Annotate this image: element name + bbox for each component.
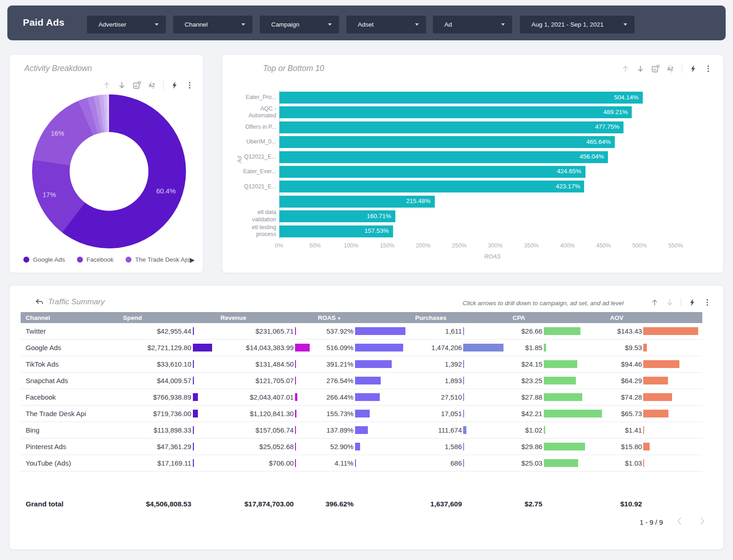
- undo-drill-icon[interactable]: [35, 298, 44, 307]
- purchases-bar: [463, 410, 464, 417]
- column-header-roas[interactable]: ROAS▾: [313, 314, 410, 321]
- purchases-bar-track: [463, 443, 508, 450]
- bar-row: etl data validation160.71%: [279, 209, 706, 224]
- legend-next-icon[interactable]: ▶: [190, 256, 196, 264]
- channel-filter-dropdown[interactable]: Channel: [173, 16, 252, 33]
- advertiser-filter-label: Advertiser: [98, 21, 126, 28]
- roas-bar[interactable]: 465.64%: [279, 136, 615, 148]
- cpa-cell: $29.86: [508, 439, 605, 455]
- ad-filter-dropdown[interactable]: Ad: [433, 16, 512, 33]
- roas-bar[interactable]: 160.71%: [279, 210, 395, 222]
- drill-down-icon[interactable]: [118, 81, 126, 89]
- column-header-revenue[interactable]: Revenue: [215, 314, 313, 321]
- cpa-value: $29.86: [508, 443, 542, 450]
- revenue-bar: [295, 344, 310, 351]
- spend-bar: [193, 410, 198, 417]
- more-options-icon[interactable]: [186, 81, 194, 89]
- roas-cell: 537.92%: [313, 323, 410, 339]
- bar-category-label: etl data validation: [232, 209, 276, 224]
- cpa-value: $23.25: [508, 377, 542, 384]
- toolbar-divider: [681, 298, 681, 307]
- spend-bar: [193, 327, 194, 335]
- cpa-bar: [544, 327, 580, 335]
- revenue-value: $706.00: [215, 459, 294, 467]
- legend-item-facebook[interactable]: Facebook: [77, 256, 114, 263]
- grand-total-spend: $4,506,808.53: [118, 500, 191, 508]
- bar-row: Q12021_E...456.04%: [279, 150, 706, 165]
- revenue-value: $231,065.71: [215, 327, 294, 335]
- column-header-cpa[interactable]: CPA: [508, 314, 605, 321]
- spend-cell: $113,898.33: [118, 422, 216, 438]
- purchases-cell: 1,392: [410, 356, 508, 372]
- roas-bar-track: [355, 393, 410, 401]
- legend-prev-icon[interactable]: ◀: [184, 256, 190, 264]
- legend-item-trade-desk[interactable]: The Trade Desk Api: [126, 256, 190, 263]
- drill-up-icon[interactable]: [651, 298, 659, 307]
- roas-bar-track: [355, 344, 410, 351]
- roas-bar[interactable]: 456.04%: [279, 151, 608, 163]
- roas-bar[interactable]: 424.65%: [279, 166, 585, 178]
- roas-bar[interactable]: 489.21%: [279, 106, 632, 118]
- drill-down-icon[interactable]: [636, 65, 645, 73]
- pagination-next-icon[interactable]: [697, 516, 707, 526]
- spend-value: $2,721,129.80: [118, 344, 191, 351]
- revenue-cell: $2,043,407.01: [215, 389, 313, 405]
- roas-bar[interactable]: 215.48%: [279, 196, 435, 208]
- quick-actions-icon[interactable]: [689, 65, 697, 73]
- roas-value: 537.92%: [313, 327, 354, 335]
- column-header-purchases[interactable]: Purchases: [410, 314, 508, 321]
- spend-value: $113,898.33: [118, 426, 191, 434]
- more-options-icon[interactable]: [704, 65, 712, 73]
- spend-value: $766,938.89: [118, 393, 191, 401]
- roas-value: 276.54%: [313, 377, 354, 384]
- donut-slice-label-second: 17%: [43, 191, 56, 198]
- roas-bar: [355, 459, 356, 467]
- column-header-channel[interactable]: Channel: [21, 314, 118, 321]
- purchases-bar: [463, 393, 464, 401]
- quick-actions-icon[interactable]: [170, 81, 179, 89]
- legend-dot: [23, 257, 29, 263]
- legend-pager: ◀▶: [184, 256, 196, 264]
- quick-actions-icon[interactable]: [688, 298, 696, 307]
- x-tick-label: 200%: [416, 242, 431, 249]
- roas-bar[interactable]: 477.75%: [279, 121, 624, 133]
- spend-bar: [193, 459, 194, 467]
- bar-row: Offers in P...477.75%: [279, 120, 706, 135]
- aov-bar-track: [643, 377, 702, 384]
- bar-value-label: 424.65%: [557, 168, 581, 175]
- purchases-bar-track: [463, 426, 508, 434]
- purchases-bar-track: [463, 360, 508, 368]
- sort-az-icon[interactable]: AZ: [667, 65, 675, 73]
- roas-bar[interactable]: 423.17%: [279, 181, 584, 192]
- legend-item-google-ads[interactable]: Google Ads: [23, 256, 65, 263]
- chart-settings-icon[interactable]: [651, 65, 660, 73]
- advertiser-filter-dropdown[interactable]: Advertiser: [87, 16, 166, 33]
- page-title: Paid Ads: [23, 17, 65, 28]
- adset-filter-dropdown[interactable]: Adset: [346, 16, 426, 33]
- revenue-bar-track: [295, 327, 313, 335]
- cpa-value: $27.88: [508, 393, 542, 401]
- pagination-prev-icon[interactable]: [675, 516, 685, 526]
- sort-az-icon[interactable]: AZ: [148, 81, 156, 89]
- bar-row: Eater_Ever...424.65%: [279, 165, 706, 179]
- roas-bar[interactable]: 504.14%: [279, 92, 643, 104]
- column-header-aov[interactable]: AOV: [605, 314, 702, 321]
- drill-down-icon[interactable]: [666, 298, 674, 307]
- x-tick-label: 300%: [488, 242, 503, 249]
- channel-cell: TikTok Ads: [21, 360, 118, 368]
- dashboard: { "topbar": { "title": "Paid Ads", "filt…: [0, 0, 733, 560]
- roas-bar[interactable]: 157.53%: [279, 225, 393, 237]
- campaign-filter-dropdown[interactable]: Campaign: [260, 16, 339, 33]
- revenue-cell: $25,052.68: [215, 439, 313, 455]
- spend-bar-track: [193, 443, 216, 450]
- drill-up-icon[interactable]: [103, 81, 111, 89]
- date-range-dropdown[interactable]: Aug 1, 2021 - Sep 1, 2021: [520, 16, 635, 33]
- table-body: Twitter$42,955.44$231,065.71537.92%1,611…: [21, 323, 702, 472]
- roas-bar-track: [355, 377, 410, 384]
- grand-total-purchases: 1,637,609: [410, 500, 462, 508]
- chart-settings-icon[interactable]: [133, 81, 141, 89]
- column-header-spend[interactable]: Spend: [118, 314, 216, 321]
- more-options-icon[interactable]: [703, 298, 711, 307]
- svg-text:AZ: AZ: [667, 66, 673, 71]
- drill-up-icon[interactable]: [621, 65, 629, 73]
